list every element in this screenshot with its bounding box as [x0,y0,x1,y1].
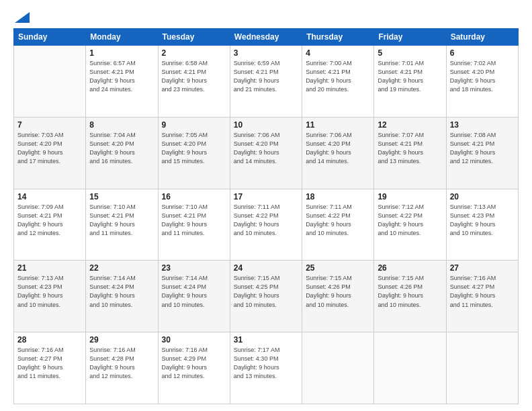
calendar-cell: 23Sunrise: 7:14 AM Sunset: 4:24 PM Dayli… [158,261,230,332]
day-number: 28 [17,335,82,345]
day-number: 11 [306,120,370,130]
calendar-cell: 29Sunrise: 7:16 AM Sunset: 4:28 PM Dayli… [86,332,158,404]
day-info: Sunrise: 7:05 AM Sunset: 4:20 PM Dayligh… [162,131,226,166]
day-number: 22 [89,263,154,273]
day-info: Sunrise: 7:14 AM Sunset: 4:24 PM Dayligh… [162,274,226,309]
calendar-week-row: 14Sunrise: 7:09 AM Sunset: 4:21 PM Dayli… [14,189,519,261]
calendar-cell: 9Sunrise: 7:05 AM Sunset: 4:20 PM Daylig… [158,117,230,189]
day-number: 9 [162,120,226,130]
day-number: 29 [89,335,154,345]
calendar-cell [446,332,518,404]
calendar-header-friday: Friday [374,29,446,46]
day-info: Sunrise: 7:04 AM Sunset: 4:20 PM Dayligh… [89,131,154,166]
day-info: Sunrise: 7:01 AM Sunset: 4:21 PM Dayligh… [378,59,442,94]
day-info: Sunrise: 7:13 AM Sunset: 4:23 PM Dayligh… [450,203,515,238]
day-number: 20 [450,192,515,201]
calendar-cell: 20Sunrise: 7:13 AM Sunset: 4:23 PM Dayli… [446,189,518,261]
calendar-week-row: 21Sunrise: 7:13 AM Sunset: 4:23 PM Dayli… [14,261,519,332]
calendar-cell: 14Sunrise: 7:09 AM Sunset: 4:21 PM Dayli… [14,189,86,261]
day-number: 7 [17,120,82,130]
day-info: Sunrise: 7:11 AM Sunset: 4:22 PM Dayligh… [234,203,298,238]
calendar-cell: 21Sunrise: 7:13 AM Sunset: 4:23 PM Dayli… [14,261,86,332]
day-number: 25 [306,263,370,273]
calendar-header-saturday: Saturday [446,29,518,46]
day-info: Sunrise: 7:10 AM Sunset: 4:21 PM Dayligh… [162,203,226,238]
calendar-header-thursday: Thursday [302,29,374,46]
calendar-header-wednesday: Wednesday [230,29,302,46]
calendar-header-row: SundayMondayTuesdayWednesdayThursdayFrid… [14,29,519,46]
calendar-week-row: 7Sunrise: 7:03 AM Sunset: 4:20 PM Daylig… [14,117,519,189]
day-info: Sunrise: 7:15 AM Sunset: 4:26 PM Dayligh… [378,274,442,309]
calendar-cell: 7Sunrise: 7:03 AM Sunset: 4:20 PM Daylig… [14,117,86,189]
calendar-header-tuesday: Tuesday [158,29,230,46]
day-info: Sunrise: 7:09 AM Sunset: 4:21 PM Dayligh… [17,203,82,238]
calendar-cell: 26Sunrise: 7:15 AM Sunset: 4:26 PM Dayli… [374,261,446,332]
header [13,12,519,21]
calendar-cell: 2Sunrise: 6:58 AM Sunset: 4:21 PM Daylig… [158,46,230,118]
day-info: Sunrise: 7:06 AM Sunset: 4:20 PM Dayligh… [234,131,298,166]
calendar-header-monday: Monday [86,29,158,46]
day-info: Sunrise: 7:16 AM Sunset: 4:28 PM Dayligh… [89,346,154,381]
calendar-cell: 18Sunrise: 7:11 AM Sunset: 4:22 PM Dayli… [302,189,374,261]
day-info: Sunrise: 7:08 AM Sunset: 4:21 PM Dayligh… [450,131,515,166]
calendar-week-row: 28Sunrise: 7:16 AM Sunset: 4:27 PM Dayli… [14,332,519,404]
day-info: Sunrise: 7:14 AM Sunset: 4:24 PM Dayligh… [89,274,154,309]
day-number: 6 [450,48,515,58]
calendar-cell [14,46,86,118]
day-number: 4 [306,48,370,58]
logo [13,12,30,21]
day-info: Sunrise: 7:10 AM Sunset: 4:21 PM Dayligh… [89,203,154,238]
calendar-cell: 4Sunrise: 7:00 AM Sunset: 4:21 PM Daylig… [302,46,374,118]
day-info: Sunrise: 7:15 AM Sunset: 4:25 PM Dayligh… [234,274,298,309]
day-info: Sunrise: 7:17 AM Sunset: 4:30 PM Dayligh… [234,346,298,381]
svg-marker-0 [15,12,30,23]
day-number: 16 [162,192,226,201]
day-number: 21 [17,263,82,273]
calendar-cell: 5Sunrise: 7:01 AM Sunset: 4:21 PM Daylig… [374,46,446,118]
calendar-cell [374,332,446,404]
day-info: Sunrise: 6:59 AM Sunset: 4:21 PM Dayligh… [234,59,298,94]
calendar-cell: 28Sunrise: 7:16 AM Sunset: 4:27 PM Dayli… [14,332,86,404]
day-number: 19 [378,192,442,201]
day-info: Sunrise: 7:13 AM Sunset: 4:23 PM Dayligh… [17,274,82,309]
calendar-cell: 30Sunrise: 7:16 AM Sunset: 4:29 PM Dayli… [158,332,230,404]
calendar-cell [302,332,374,404]
calendar-cell: 3Sunrise: 6:59 AM Sunset: 4:21 PM Daylig… [230,46,302,118]
day-number: 27 [450,263,515,273]
calendar-cell: 27Sunrise: 7:16 AM Sunset: 4:27 PM Dayli… [446,261,518,332]
day-info: Sunrise: 7:02 AM Sunset: 4:20 PM Dayligh… [450,59,515,94]
calendar-cell: 12Sunrise: 7:07 AM Sunset: 4:21 PM Dayli… [374,117,446,189]
day-info: Sunrise: 7:00 AM Sunset: 4:21 PM Dayligh… [306,59,370,94]
day-number: 15 [89,192,154,201]
calendar-cell: 25Sunrise: 7:15 AM Sunset: 4:26 PM Dayli… [302,261,374,332]
day-info: Sunrise: 6:57 AM Sunset: 4:21 PM Dayligh… [89,59,154,94]
day-number: 5 [378,48,442,58]
day-number: 31 [234,335,298,345]
day-number: 30 [162,335,226,345]
day-number: 26 [378,263,442,273]
calendar-header-sunday: Sunday [14,29,86,46]
calendar-cell: 31Sunrise: 7:17 AM Sunset: 4:30 PM Dayli… [230,332,302,404]
day-number: 17 [234,192,298,201]
day-info: Sunrise: 7:07 AM Sunset: 4:21 PM Dayligh… [378,131,442,166]
calendar-cell: 19Sunrise: 7:12 AM Sunset: 4:22 PM Dayli… [374,189,446,261]
day-info: Sunrise: 7:16 AM Sunset: 4:27 PM Dayligh… [450,274,515,309]
calendar-cell: 1Sunrise: 6:57 AM Sunset: 4:21 PM Daylig… [86,46,158,118]
calendar-cell: 6Sunrise: 7:02 AM Sunset: 4:20 PM Daylig… [446,46,518,118]
day-info: Sunrise: 7:03 AM Sunset: 4:20 PM Dayligh… [17,131,82,166]
day-number: 10 [234,120,298,130]
day-number: 3 [234,48,298,58]
day-number: 14 [17,192,82,201]
day-info: Sunrise: 7:15 AM Sunset: 4:26 PM Dayligh… [306,274,370,309]
day-number: 12 [378,120,442,130]
day-number: 24 [234,263,298,273]
calendar-cell: 17Sunrise: 7:11 AM Sunset: 4:22 PM Dayli… [230,189,302,261]
day-info: Sunrise: 7:16 AM Sunset: 4:27 PM Dayligh… [17,346,82,381]
day-info: Sunrise: 7:16 AM Sunset: 4:29 PM Dayligh… [162,346,226,381]
day-info: Sunrise: 7:11 AM Sunset: 4:22 PM Dayligh… [306,203,370,238]
calendar-week-row: 1Sunrise: 6:57 AM Sunset: 4:21 PM Daylig… [14,46,519,118]
calendar-cell: 8Sunrise: 7:04 AM Sunset: 4:20 PM Daylig… [86,117,158,189]
day-number: 18 [306,192,370,201]
calendar-cell: 11Sunrise: 7:06 AM Sunset: 4:20 PM Dayli… [302,117,374,189]
calendar-cell: 16Sunrise: 7:10 AM Sunset: 4:21 PM Dayli… [158,189,230,261]
